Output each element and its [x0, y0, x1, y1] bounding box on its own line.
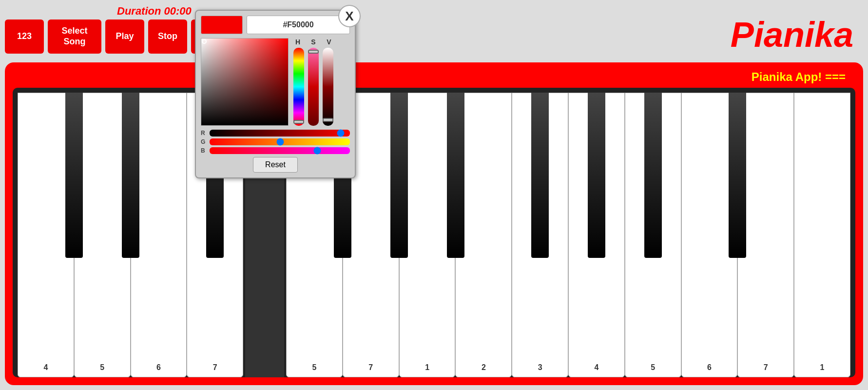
color-picker-popup: X H S V	[195, 10, 356, 178]
black-key-5[interactable]	[390, 93, 408, 258]
saturation-slider[interactable]	[308, 48, 319, 126]
key-label-4b: 4	[594, 363, 598, 372]
top-bar: Duration 00:00 123 SelectSong Play Stop …	[5, 5, 863, 58]
color-preview-box	[201, 16, 243, 34]
key-label-1b: 1	[820, 363, 825, 372]
black-key-10[interactable]	[729, 93, 746, 258]
key-label-6b: 6	[707, 363, 712, 372]
gradient-picker[interactable]	[201, 38, 289, 126]
piano-subtitle: Pianika App! ===	[13, 70, 855, 84]
key-label-7b: 7	[368, 363, 373, 372]
saturation-slider-container	[308, 48, 319, 126]
key-label-5a: 5	[100, 363, 104, 372]
gradient-cursor	[202, 39, 207, 44]
btn-play[interactable]: Play	[105, 20, 144, 54]
black-key-2[interactable]	[122, 93, 139, 258]
green-slider-row: G	[201, 138, 350, 145]
sliders-row	[293, 48, 333, 126]
app-title: Pianika	[731, 15, 853, 55]
black-key-6[interactable]	[447, 93, 464, 258]
green-slider[interactable]	[210, 138, 350, 145]
hue-slider-thumb	[293, 120, 304, 124]
hue-slider[interactable]	[293, 48, 304, 126]
red-label: R	[201, 130, 208, 136]
app-container: Duration 00:00 123 SelectSong Play Stop …	[0, 0, 868, 390]
green-label: G	[201, 138, 208, 145]
saturation-slider-thumb	[308, 50, 319, 54]
btn-123[interactable]: 123	[5, 20, 44, 54]
btn-stop[interactable]: Stop	[148, 20, 187, 54]
black-key-9[interactable]	[644, 93, 662, 258]
reset-button[interactable]: Reset	[253, 157, 298, 173]
duration-label: Duration 00:00	[117, 5, 192, 18]
hsv-sliders: H S V	[292, 38, 334, 126]
key-label-3: 3	[538, 363, 542, 372]
red-slider-row: R	[201, 130, 350, 136]
key-label-6: 6	[156, 363, 161, 372]
blue-slider[interactable]	[210, 147, 350, 154]
blue-label: B	[201, 147, 208, 154]
black-key-8[interactable]	[588, 93, 605, 258]
hue-label: H	[292, 38, 303, 46]
value-label: V	[324, 38, 334, 46]
color-picker-header	[201, 16, 350, 34]
keys-wrapper: 4 5 6 7 5 7	[18, 93, 850, 377]
blue-slider-row: B	[201, 147, 350, 154]
key-label-7c: 7	[764, 363, 768, 372]
color-picker-body: H S V	[201, 38, 350, 126]
key-label-4: 4	[43, 363, 48, 372]
white-key-1b[interactable]: 1	[794, 93, 850, 377]
color-picker-close-button[interactable]: X	[338, 5, 361, 27]
key-label-5b: 5	[312, 363, 317, 372]
key-label-1a: 1	[425, 363, 429, 372]
rgb-sliders: R G B	[201, 130, 350, 154]
key-label-7a: 7	[213, 363, 217, 372]
piano-container: Pianika App! === 4 5 6 7	[5, 62, 863, 385]
hsv-labels: H S V	[292, 38, 334, 46]
btn-select-song[interactable]: SelectSong	[48, 20, 101, 54]
black-key-1[interactable]	[65, 93, 83, 258]
brightness-slider-container	[323, 48, 333, 126]
brightness-slider[interactable]	[323, 48, 333, 126]
brightness-slider-thumb	[323, 118, 333, 122]
key-label-2: 2	[482, 363, 486, 372]
black-key-7[interactable]	[531, 93, 549, 258]
color-hex-input[interactable]	[247, 16, 350, 34]
key-label-5c: 5	[651, 363, 655, 372]
saturation-label: S	[308, 38, 319, 46]
gradient-picker-inner	[201, 39, 288, 125]
piano-keys-area: 4 5 6 7 5 7	[13, 88, 855, 377]
red-slider[interactable]	[210, 130, 350, 136]
hue-slider-container	[293, 48, 304, 126]
